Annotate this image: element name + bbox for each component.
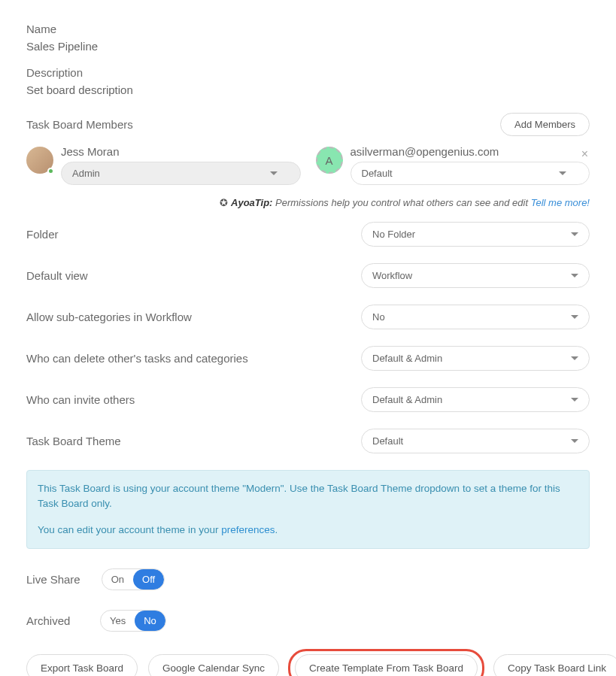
chevron-down-icon <box>571 439 578 443</box>
live-share-toggle[interactable]: On Off <box>102 568 165 590</box>
info-line2-prefix: You can edit your account theme in your <box>38 524 221 535</box>
tip-label: AyoaTip: <box>231 197 272 208</box>
chevron-down-icon <box>571 398 578 402</box>
default-view-value: Workflow <box>372 270 412 281</box>
archived-label: Archived <box>26 614 79 627</box>
description-label: Description <box>26 66 590 79</box>
preferences-link[interactable]: preferences <box>221 524 275 535</box>
chevron-down-icon <box>571 232 578 236</box>
archived-toggle[interactable]: Yes No <box>100 610 166 632</box>
archived-yes[interactable]: Yes <box>101 611 135 631</box>
theme-info-box: This Task Board is using your account th… <box>26 470 590 549</box>
member-item: A asilverman@opengenius.com Default × <box>316 145 590 185</box>
live-share-off[interactable]: Off <box>133 569 164 590</box>
member-role-value: Default <box>362 168 393 179</box>
info-line2-suffix: . <box>275 524 278 535</box>
member-role-value: Admin <box>72 168 100 179</box>
theme-select[interactable]: Default <box>361 429 590 453</box>
live-share-label: Live Share <box>26 573 80 586</box>
description-value[interactable]: Set board description <box>26 83 590 96</box>
archived-no[interactable]: No <box>135 611 165 631</box>
theme-value: Default <box>372 435 403 447</box>
name-label: Name <box>26 23 590 35</box>
delete-perm-select[interactable]: Default & Admin <box>361 346 590 371</box>
chevron-down-icon <box>270 171 278 175</box>
tip-link[interactable]: Tell me more! <box>531 197 590 208</box>
member-item: Jess Moran Admin <box>26 145 301 185</box>
member-name: Jess Moran <box>61 145 301 158</box>
folder-select[interactable]: No Folder <box>361 222 590 247</box>
info-line1: This Task Board is using your account th… <box>38 481 578 512</box>
folder-value: No Folder <box>372 229 415 240</box>
default-view-label: Default view <box>26 269 88 282</box>
copy-link-button[interactable]: Copy Task Board Link <box>493 654 616 676</box>
chevron-down-icon <box>571 356 578 360</box>
remove-member-icon[interactable]: × <box>581 148 588 160</box>
theme-label: Task Board Theme <box>26 435 121 447</box>
create-template-button[interactable]: Create Template From Task Board <box>295 654 478 676</box>
gcal-sync-button[interactable]: Google Calendar Sync <box>148 654 279 676</box>
add-members-button[interactable]: Add Members <box>500 113 590 136</box>
invite-perm-value: Default & Admin <box>372 394 442 405</box>
invite-perm-label: Who can invite others <box>26 393 135 406</box>
chevron-down-icon <box>571 274 578 277</box>
sub-categories-select[interactable]: No <box>361 305 590 329</box>
default-view-select[interactable]: Workflow <box>361 263 590 288</box>
chevron-down-icon <box>559 171 566 175</box>
sub-categories-value: No <box>372 311 385 323</box>
folder-label: Folder <box>26 228 59 241</box>
tip-text: Permissions help you control what others… <box>275 197 528 208</box>
member-role-select[interactable]: Admin <box>61 162 301 185</box>
delete-perm-label: Who can delete other's tasks and categor… <box>26 352 248 365</box>
live-share-on[interactable]: On <box>102 569 133 590</box>
member-name: asilverman@opengenius.com <box>350 145 590 158</box>
avatar <box>26 147 53 174</box>
highlight-annotation: Create Template From Task Board <box>288 649 484 676</box>
members-title: Task Board Members <box>26 118 133 131</box>
delete-perm-value: Default & Admin <box>372 353 442 364</box>
invite-perm-select[interactable]: Default & Admin <box>361 387 590 412</box>
name-value[interactable]: Sales Pipeline <box>26 40 590 53</box>
status-online-icon <box>47 168 54 174</box>
chevron-down-icon <box>571 315 578 319</box>
sub-categories-label: Allow sub-categories in Workflow <box>26 311 192 323</box>
avatar: A <box>316 147 343 174</box>
export-button[interactable]: Export Task Board <box>26 654 138 676</box>
tip-icon: ✪ <box>220 197 228 208</box>
member-role-select[interactable]: Default <box>350 162 590 185</box>
